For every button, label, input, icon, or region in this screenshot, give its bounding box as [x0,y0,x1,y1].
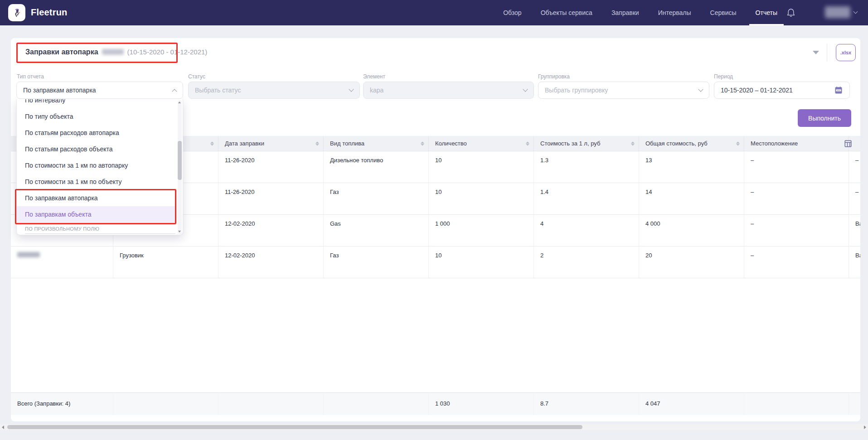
column-header-location[interactable]: Местоположение [744,136,849,151]
cell-location: – [744,151,849,183]
nav-item-label: Интервалы [658,9,691,16]
table-footer-row: Всего (Заправки: 4) 1 030 8.7 4 047 [11,392,860,415]
chevron-down-icon [698,87,703,92]
cell-total-cost: 20 [639,247,744,278]
dropdown-scrollbar-thumb[interactable] [178,141,182,180]
dropdown-option-label: По стоимости за 1 км по автопарку [25,162,128,169]
element-value: kapa [370,87,383,94]
table-row: Грузовик 12-02-2020 Газ 10 2 20 – Ва [11,247,860,278]
report-type-select[interactable]: По заправкам автопарка [16,82,183,99]
sort-icon [421,141,424,145]
scroll-up-arrow-icon[interactable] [178,102,181,103]
collapse-report-chevron-icon[interactable] [813,51,819,54]
column-header-fuel[interactable]: Вид топлива [324,136,429,151]
user-name-redacted [825,6,850,18]
footer-total-label: Всего (Заправки: 4) [11,393,113,415]
footer-cell [849,393,860,415]
cell-total-cost: 14 [639,183,744,214]
scroll-left-arrow-icon[interactable] [2,425,4,429]
report-title-row: Заправки автопарка(10-15-2020 - 01-12-20… [11,38,860,66]
nav-item-overview[interactable]: Обзор [503,0,521,25]
column-header-quantity[interactable]: Количество [429,136,534,151]
column-header-label: Количество [435,140,467,147]
sort-icon [526,141,529,145]
sort-icon [631,141,635,145]
dropdown-option[interactable]: По заправкам автопарка [17,190,176,206]
dropdown-option-label: По типу объекта [25,113,73,120]
sort-icon [736,141,740,145]
export-xlsx-button[interactable]: .xlsx [836,44,856,61]
nav-item-label: Объекты сервиса [541,9,592,16]
dropdown-option[interactable]: По типу объекта [17,108,176,125]
dropdown-option-label: По статьям расходов объекта [25,145,113,153]
export-xlsx-label: .xlsx [840,50,851,55]
cell-location: – [744,215,849,246]
cell-name [11,247,113,278]
report-type-value: По заправкам автопарка [23,87,96,94]
footer-quantity-total: 1 030 [429,393,534,415]
dropdown-option[interactable]: По стоимости за 1 км по объекту [17,174,176,190]
period-value: 10-15-2020 – 01-12-2021 [721,87,793,94]
nav-item-label: Отчеты [756,9,777,16]
dropdown-option-label: По заправкам объекта [25,211,91,218]
nav-item-services[interactable]: Сервисы [710,0,737,25]
scroll-right-arrow-icon[interactable] [864,425,866,429]
calendar-icon[interactable] [834,86,843,95]
footer-price-avg: 8.7 [534,393,639,415]
app-root: Fleetrun Обзор Объекты сервиса Заправки … [0,0,868,440]
navbar: Fleetrun Обзор Объекты сервиса Заправки … [0,0,868,25]
chevron-down-icon [349,87,354,92]
page-title: Заправки автопарка(10-15-2020 - 01-12-20… [25,48,207,56]
cell-price-per-l: 4 [534,215,639,246]
cell-price-per-l: 2 [534,247,639,278]
cell-fuel: Газ [324,183,429,214]
nav-item-reports[interactable]: Отчеты [756,0,777,25]
fleetrun-logo-icon[interactable] [8,4,25,21]
dropdown-option[interactable]: По статьям расходов автопарка [17,125,176,141]
element-select[interactable]: kapa [363,82,534,99]
nav-item-service-objects[interactable]: Объекты сервиса [541,0,592,25]
cell-location: – [744,247,849,278]
report-type-label: Тип отчета [17,73,44,80]
report-title-text: Заправки автопарка [25,48,98,56]
column-settings-icon[interactable] [844,140,852,150]
footer-cell [113,393,218,415]
status-select[interactable]: Выбрать статус [188,82,360,99]
cell-quantity: 10 [429,247,534,278]
nav-item-intervals[interactable]: Интервалы [658,0,691,25]
dropdown-option[interactable]: По статьям расходов объекта [17,141,176,157]
horizontal-scrollbar[interactable] [0,424,868,430]
dropdown-option[interactable]: По интервалу [17,99,176,108]
fleet-name-redacted [102,49,124,55]
element-label: Элемент [363,73,385,80]
dropdown-option-selected[interactable]: По заправкам объекта [17,206,176,222]
cell-quantity: 1 000 [429,215,534,246]
cell-total-cost: 4 000 [639,215,744,246]
column-header-label: Вид топлива [330,140,364,147]
period-input[interactable]: 10-15-2020 – 01-12-2021 [714,82,850,99]
cell-extra: – [849,183,860,214]
column-header-total-cost[interactable]: Общая стоимость, руб [639,136,744,151]
grouping-select[interactable]: Выбрать группировку [538,82,709,99]
horizontal-scrollbar-thumb[interactable] [7,425,582,429]
dropdown-option[interactable]: По стоимости за 1 км по автопарку [17,157,176,174]
cell-price-per-l: 1.4 [534,183,639,214]
run-report-label: Выполнить [808,115,841,122]
nav-item-fillings[interactable]: Заправки [611,0,639,25]
user-menu[interactable] [825,6,857,18]
cell-quantity: 10 [429,151,534,183]
period-label: Период [714,73,733,80]
divider [827,44,827,62]
notification-bell-icon[interactable] [786,7,795,19]
run-report-button[interactable]: Выполнить [798,109,851,127]
column-header-price-per-l[interactable]: Стоимость за 1 л, руб [534,136,639,151]
scroll-down-arrow-icon[interactable] [178,231,181,232]
dropdown-group-custom-field[interactable]: ПО ПРОИЗВОЛЬНОМУ ПОЛЮ [25,224,175,234]
grouping-placeholder: Выбрать группировку [545,87,608,94]
column-header-date[interactable]: Дата заправки [218,136,324,151]
footer-cell [744,393,849,415]
nav-item-label: Сервисы [710,9,737,16]
cell-date: 12-02-2020 [218,247,324,278]
cell-date: 12-02-2020 [218,215,324,246]
nav-item-label: Заправки [611,9,639,16]
